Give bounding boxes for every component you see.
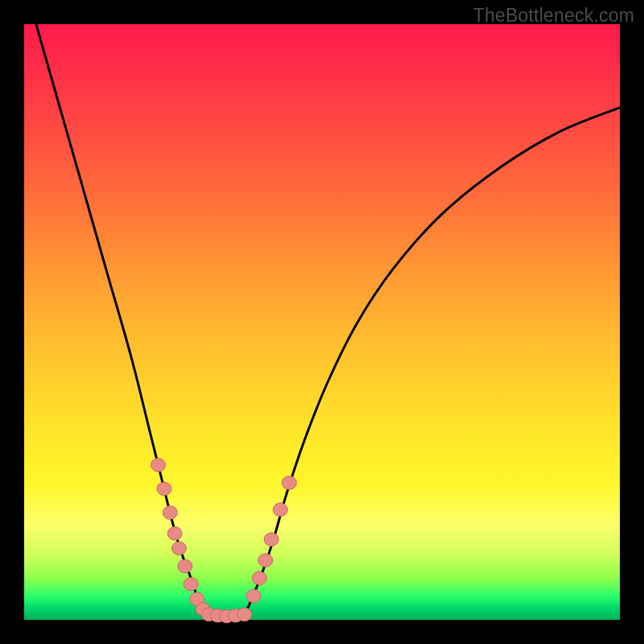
data-marker xyxy=(273,503,287,517)
left-curve xyxy=(36,24,209,614)
data-marker xyxy=(178,559,192,573)
chart-frame: TheBottleneck.com xyxy=(0,0,644,644)
data-marker xyxy=(264,533,279,547)
data-marker xyxy=(157,482,171,496)
watermark-text: TheBottleneck.com xyxy=(473,5,634,27)
data-marker xyxy=(171,542,186,555)
data-marker xyxy=(246,589,261,603)
data-marker xyxy=(237,608,252,621)
data-marker xyxy=(282,477,296,490)
data-marker xyxy=(163,506,177,520)
plot-area xyxy=(24,24,620,620)
chart-svg xyxy=(24,24,620,620)
data-marker xyxy=(184,577,198,591)
data-marker xyxy=(258,554,273,568)
data-marker xyxy=(252,572,266,585)
right-curve xyxy=(245,108,620,614)
data-marker xyxy=(167,526,182,540)
data-marker xyxy=(151,458,166,472)
data-markers xyxy=(151,458,297,623)
